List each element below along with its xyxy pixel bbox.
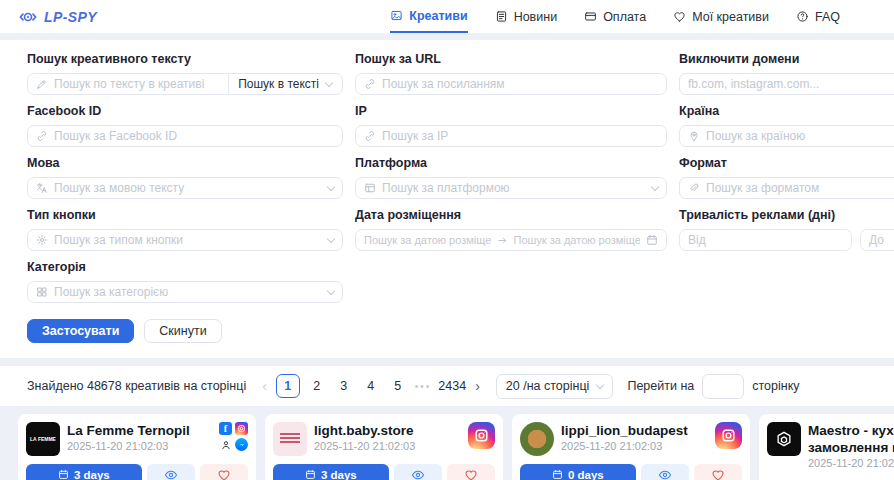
page-button-last[interactable]: 2434 xyxy=(438,374,466,398)
main-nav: Креативи Новини Оплата Мої креативи FAQ xyxy=(390,0,840,33)
tab-label: Мої креативи xyxy=(692,10,769,24)
audience-network-icon[interactable] xyxy=(219,438,232,451)
creatives-list: LA FEMME La Femme Ternopil 2025-11-20 21… xyxy=(18,414,894,480)
duration-from-input[interactable] xyxy=(688,233,843,247)
instagram-icon[interactable] xyxy=(235,422,248,435)
url-input[interactable] xyxy=(382,77,658,91)
goto-page-input[interactable] xyxy=(702,374,744,399)
favorite-button[interactable] xyxy=(447,464,495,480)
button-type-input[interactable] xyxy=(54,233,322,247)
chevron-down-icon xyxy=(327,286,335,294)
prev-page-button[interactable]: ‹ xyxy=(260,378,269,394)
creative-card: Maestro - кухні, меблі замовлення в Ужго… xyxy=(759,414,894,480)
messenger-icon[interactable] xyxy=(235,438,248,451)
creative-card: LA FEMME La Femme Ternopil 2025-11-20 21… xyxy=(18,414,256,480)
page-size-select[interactable]: 20 /на сторінці xyxy=(496,374,614,399)
view-button[interactable] xyxy=(394,464,442,480)
field-placement-date: Дата розміщення xyxy=(355,208,667,251)
field-platform: Платформа xyxy=(355,156,667,199)
page-button-1[interactable]: 1 xyxy=(276,374,300,398)
card-title: замовлення в Ужгороді xyxy=(808,439,894,456)
card-title: light.baby.store xyxy=(314,422,415,439)
view-button[interactable] xyxy=(147,464,195,480)
field-button-type: Тип кнопки xyxy=(27,208,343,251)
goto-label: Перейти на xyxy=(627,379,694,393)
days-active-button[interactable]: 3 days xyxy=(26,464,142,480)
tab-payment[interactable]: Оплата xyxy=(584,0,646,33)
creative-text-input[interactable] xyxy=(54,77,222,91)
page-button-3[interactable]: 3 xyxy=(334,374,354,398)
exclude-domains-input[interactable] xyxy=(688,77,894,91)
instagram-icon[interactable] xyxy=(468,422,495,449)
button-type-select[interactable] xyxy=(27,229,343,251)
avatar[interactable] xyxy=(520,422,554,456)
field-label: Платформа xyxy=(355,156,667,171)
link-icon xyxy=(364,130,376,142)
field-label: Тривалість реклами (дні) xyxy=(679,208,894,223)
avatar[interactable] xyxy=(273,422,307,456)
field-label: Facebook ID xyxy=(27,104,343,119)
category-input[interactable] xyxy=(54,285,322,299)
duration-to-input[interactable] xyxy=(869,233,894,247)
avatar[interactable]: LA FEMME xyxy=(26,422,60,456)
date-end-input[interactable] xyxy=(514,234,641,246)
days-active-button[interactable]: 3 days xyxy=(273,464,389,480)
gear-icon xyxy=(36,234,48,246)
card-title: La Femme Ternopil xyxy=(67,422,190,439)
field-country: Країна xyxy=(679,104,894,147)
field-label: Категорія xyxy=(27,260,343,275)
page-button-4[interactable]: 4 xyxy=(361,374,381,398)
ip-input[interactable] xyxy=(382,129,658,143)
tab-my-creatives[interactable]: Мої креативи xyxy=(673,0,769,33)
date-start-input[interactable] xyxy=(364,234,491,246)
platform-select[interactable] xyxy=(355,177,667,199)
date-range-picker[interactable] xyxy=(355,229,667,251)
payment-icon xyxy=(584,10,597,23)
results-summary: Знайдено 48678 креативів на сторінці xyxy=(27,379,246,393)
platform-input[interactable] xyxy=(382,181,646,195)
goto-page: Перейти на сторінку xyxy=(627,374,799,399)
tab-news[interactable]: Новини xyxy=(495,0,558,33)
reset-button[interactable]: Скинути xyxy=(144,319,221,343)
tab-creatives[interactable]: Креативи xyxy=(390,0,467,33)
facebook-id-input[interactable] xyxy=(54,129,334,143)
chevron-down-icon xyxy=(596,380,604,388)
category-select[interactable] xyxy=(27,281,343,303)
favorite-button[interactable] xyxy=(694,464,742,480)
brand-name: LP-SPY xyxy=(44,9,97,25)
chevron-down-icon xyxy=(325,78,333,86)
field-label: IP xyxy=(355,104,667,119)
page-ellipsis[interactable]: ••• xyxy=(415,381,432,392)
translate-icon xyxy=(36,182,48,194)
language-input[interactable] xyxy=(54,181,322,195)
field-exclude-domains: Виключити домени xyxy=(679,52,894,95)
avatar[interactable] xyxy=(767,422,801,456)
brand-logo[interactable]: LP-SPY xyxy=(18,7,97,27)
results-bar: Знайдено 48678 креативів на сторінці ‹ 1… xyxy=(0,366,894,406)
next-page-button[interactable]: › xyxy=(473,378,482,394)
language-select[interactable] xyxy=(27,177,343,199)
country-input[interactable] xyxy=(706,129,894,143)
heart-icon xyxy=(673,10,686,23)
pencil-icon xyxy=(36,78,48,90)
tab-faq[interactable]: FAQ xyxy=(796,0,840,33)
tab-label: Новини xyxy=(514,10,558,24)
view-button[interactable] xyxy=(641,464,689,480)
field-category: Категорія xyxy=(27,260,343,303)
field-label: Країна xyxy=(679,104,894,119)
days-active-button[interactable]: 0 days xyxy=(520,464,636,480)
favorite-button[interactable] xyxy=(200,464,248,480)
text-search-mode-select[interactable]: Пошук в тексті xyxy=(228,74,334,94)
apply-button[interactable]: Застосувати xyxy=(27,319,134,343)
news-icon xyxy=(495,10,508,23)
field-url: Пошук за URL xyxy=(355,52,667,95)
page-button-5[interactable]: 5 xyxy=(388,374,408,398)
field-ip: IP xyxy=(355,104,667,147)
card-date: 2025-11-20 21:02:03 xyxy=(67,440,190,452)
facebook-icon[interactable]: f xyxy=(219,422,232,435)
page-button-2[interactable]: 2 xyxy=(307,374,327,398)
format-input[interactable] xyxy=(706,181,894,195)
field-language: Мова xyxy=(27,156,343,199)
instagram-icon[interactable] xyxy=(715,422,742,449)
category-grid-icon xyxy=(36,286,48,298)
